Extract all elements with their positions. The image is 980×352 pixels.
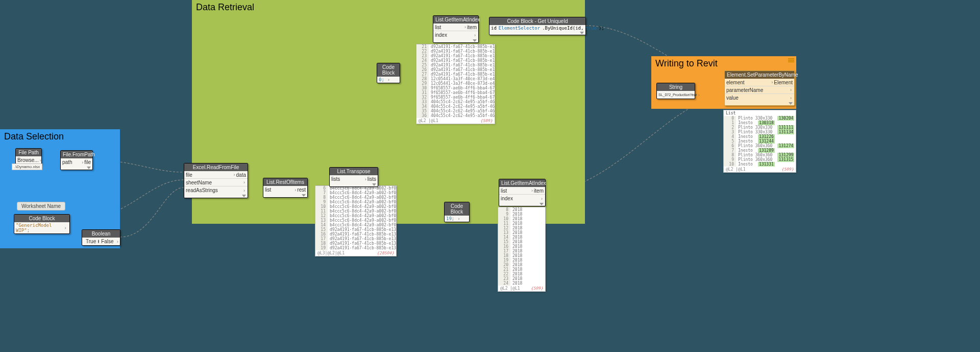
- code-call: .ByUniqueId(id,: [542, 26, 583, 31]
- chevron-icon: ›: [39, 158, 42, 163]
- node-title: Code Block: [14, 215, 69, 222]
- node-codeblock-0[interactable]: Code Block 0;›: [377, 63, 400, 83]
- port-parametername[interactable]: parameterName: [726, 87, 789, 93]
- expand-icon[interactable]: [242, 195, 246, 197]
- levels-label: @L2 |@L1: [419, 119, 438, 123]
- node-codeblock-19[interactable]: Code Block 19;›: [444, 202, 470, 222]
- port-list[interactable]: list: [501, 188, 530, 194]
- preview-rest: 6b4ccc5c6-8dc4-42a9-a002-bf0cca17b4ccc5c…: [315, 185, 397, 256]
- code-text[interactable]: 0;: [379, 77, 384, 82]
- port-sheetname[interactable]: sheetName: [186, 180, 242, 185]
- node-title: List.GetItemAtIndex: [433, 16, 478, 24]
- levels-label: @L3|@L2|@L1: [317, 251, 345, 255]
- menu-icon[interactable]: [788, 58, 794, 63]
- port-element[interactable]: element: [726, 80, 770, 85]
- port-list[interactable]: list: [435, 25, 463, 30]
- node-title: File.FromPath: [61, 151, 92, 158]
- expand-icon[interactable]: [473, 39, 477, 42]
- expand-icon[interactable]: [372, 183, 376, 186]
- node-boolean[interactable]: Boolean True False ›: [82, 229, 120, 246]
- node-title: String: [657, 83, 695, 91]
- port-rest[interactable]: rest: [297, 187, 306, 193]
- node-title: Boolean: [82, 230, 120, 238]
- code-arg: true: [585, 26, 597, 31]
- node-title: Excel.ReadFromFile: [184, 163, 248, 171]
- node-title: List.GetItemAtIndex: [499, 179, 545, 187]
- group-title: Data Retrieval: [192, 0, 585, 16]
- node-file-path[interactable]: File Path Browse...›: [15, 148, 42, 165]
- node-get-item-a[interactable]: List.GetItemAtIndex list›item index›: [433, 15, 479, 43]
- code-class: ElementSelector: [499, 26, 540, 31]
- port-file[interactable]: file: [84, 159, 91, 165]
- code-text[interactable]: "GenericModel WIP";: [16, 223, 61, 233]
- node-set-parameter[interactable]: Element.SetParameterByName element›Eleme…: [724, 71, 795, 106]
- node-get-item-b[interactable]: List.GetItemAtIndex list›item index›: [499, 179, 546, 206]
- node-title: File Path: [16, 149, 41, 156]
- levels-label: @L2 |@L1: [726, 167, 746, 172]
- code-id: id: [491, 26, 497, 31]
- node-list-rest[interactable]: List.RestOfItems list›rest: [263, 178, 308, 198]
- port-element-out[interactable]: Element: [774, 80, 793, 85]
- browse-button[interactable]: Browse...: [17, 157, 39, 163]
- port-lists-in[interactable]: lists: [331, 176, 364, 182]
- node-title: Code Block: [377, 63, 400, 77]
- port-item[interactable]: item: [534, 188, 544, 194]
- port-lists-out[interactable]: lists: [368, 176, 376, 182]
- preview-years: 8201892018102018112018122018132018142018…: [498, 207, 546, 292]
- file-path-value: .\Dynamo.xlsx: [12, 163, 42, 170]
- port-data[interactable]: data: [236, 172, 246, 178]
- port-index[interactable]: index: [435, 32, 473, 38]
- group-title: Data Selection: [0, 129, 120, 145]
- count-label: {509}: [781, 167, 794, 172]
- expand-icon[interactable]: [540, 203, 544, 205]
- port-path[interactable]: path: [62, 159, 81, 165]
- levels-label: @L2 |@L1: [500, 286, 520, 291]
- string-value[interactable]: SL_072_ProductionYear: [658, 93, 697, 97]
- node-file-from-path[interactable]: File.FromPath path›file: [60, 150, 93, 170]
- expand-icon[interactable]: [580, 32, 584, 34]
- radio-false-icon[interactable]: [98, 240, 99, 243]
- count-label: {28504}: [377, 251, 394, 255]
- radio-true-label: True: [86, 239, 96, 244]
- radio-false-label: False: [101, 239, 113, 244]
- code-text[interactable]: 19;: [446, 216, 454, 221]
- group-title: Writing to Revit: [651, 56, 796, 72]
- port-readasstrings[interactable]: readAsStrings: [186, 187, 242, 193]
- expand-icon[interactable]: [87, 167, 91, 169]
- node-list-transpose[interactable]: List.Transpose lists›lists: [329, 167, 378, 187]
- node-title: Code Block - Get UniqueId: [489, 17, 585, 25]
- code-end: );: [599, 26, 604, 31]
- port-list[interactable]: list: [265, 187, 293, 193]
- node-string[interactable]: String SL_072_ProductionYear›: [656, 83, 695, 99]
- port-item[interactable]: item: [467, 25, 477, 30]
- port-file[interactable]: file: [186, 172, 233, 178]
- preview-uid: 21d92a4191-fa67-41cb-885b-e138609822d92a…: [416, 44, 495, 124]
- expand-icon[interactable]: [302, 194, 306, 197]
- preview-setparam: List 0Plinto 330x3301302041Inesto1303182…: [723, 110, 796, 173]
- node-title: Code Block: [445, 202, 469, 216]
- node-title: Element.SetParameterByName: [725, 71, 794, 79]
- count-label: {509}: [480, 119, 493, 123]
- port-index[interactable]: index: [501, 196, 540, 201]
- port-value[interactable]: value: [726, 95, 789, 101]
- node-codeblock-ws[interactable]: Code Block "GenericModel WIP";›: [14, 214, 70, 234]
- node-codeblock-uniqueid[interactable]: Code Block - Get UniqueId id ElementSele…: [489, 17, 586, 35]
- worksheet-name-note: Worksheet Name: [17, 202, 65, 210]
- list-header: List: [724, 110, 796, 116]
- node-title: List.RestOfItems: [263, 178, 307, 186]
- node-title: List.Transpose: [330, 168, 378, 175]
- expand-icon[interactable]: [789, 102, 793, 105]
- count-label: {509}: [531, 286, 543, 291]
- node-excel-read[interactable]: Excel.ReadFromFile file›data sheetName› …: [184, 163, 248, 198]
